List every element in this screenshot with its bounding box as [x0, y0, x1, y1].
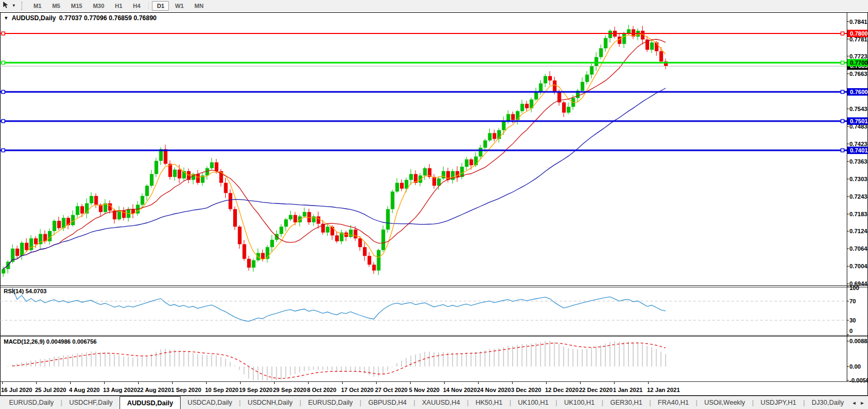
chart-tab-fra40-h1[interactable]: FRA40,H1	[651, 396, 695, 409]
chart-tab-eurusd-daily[interactable]: EURUSD,Daily	[2, 396, 61, 409]
chart-tab-xauusd-h4[interactable]: XAUUSD,H4	[415, 396, 467, 409]
date-axis-label: 16 Jul 2020	[1, 387, 32, 393]
chart-tab-usdchf-daily[interactable]: USDCHF,Daily	[62, 396, 120, 409]
chart-dropdown-icon[interactable]: ▼	[4, 15, 8, 21]
chart-window-frame	[1, 13, 868, 396]
price-axis-label: 0.73630	[849, 158, 868, 165]
tab-scroll-right-button[interactable]: ▸	[861, 400, 864, 406]
hline-price-badge: 0.76009	[850, 89, 868, 95]
date-axis-label: 10 Sep 2020	[205, 387, 239, 393]
chart-tab-uk100-h1[interactable]: UK100,H1	[511, 396, 556, 409]
chart-tab-usdcnh-daily[interactable]: USDCNH,Daily	[241, 396, 300, 409]
chart-tab-audusd-daily[interactable]: AUDUSD,Daily	[120, 396, 181, 409]
date-axis-label: 8 Oct 2020	[307, 387, 336, 393]
hline-price-badge: 0.75010	[850, 118, 868, 124]
chart-ohlc-values: 0.77037 0.77096 0.76859 0.76890	[59, 14, 157, 22]
price-axis-label: 0.73030	[849, 176, 868, 182]
tab-scroll-left-button[interactable]: ◂	[853, 400, 856, 406]
date-axis-label: 1 Jan 2021	[613, 387, 643, 393]
date-axis-label: 25 Jul 2020	[35, 387, 66, 393]
hline-price-badge: 0.74011	[850, 147, 868, 154]
chart-tab-usoil-weekly[interactable]: USOil,Weekly	[697, 396, 752, 409]
macd-axis-label: 0.00	[849, 363, 861, 370]
date-axis-label: 12 Jan 2021	[647, 387, 680, 393]
hline-handle[interactable]	[841, 32, 844, 35]
price-axis-label: 0.77230	[849, 53, 868, 59]
hline-handle[interactable]	[2, 90, 5, 93]
hline-handle[interactable]	[841, 120, 844, 123]
price-axis-label: 0.76630	[849, 71, 868, 77]
hline-handle[interactable]	[841, 61, 844, 64]
hline-handle[interactable]	[841, 149, 844, 152]
date-axis-label: 4 Aug 2020	[69, 387, 100, 393]
price-axis-label: 0.70045	[849, 263, 868, 269]
chart-tab-eurusd-daily[interactable]: EURUSD,Daily	[301, 396, 360, 409]
chart-tab-bar: EURUSD,Daily|USDCHF,DailyAUDUSD,DailyUSD…	[0, 396, 868, 409]
price-axis-label: 0.74230	[849, 141, 868, 147]
macd-indicator-label: MACD(12,26,9) 0.004986 0.006756	[4, 338, 97, 345]
date-axis-label: 17 Oct 2020	[341, 387, 373, 393]
date-axis-label: 27 Oct 2020	[375, 387, 407, 393]
chart-tab-usdcad-daily[interactable]: USDCAD,Daily	[181, 396, 239, 409]
macd-axis-label: 0.00884	[849, 338, 868, 344]
chart-tab-usdjpy-h1[interactable]: USDJPY,H1	[754, 396, 803, 409]
date-axis-label: 1 Sep 2020	[171, 387, 201, 393]
chart-tab-dj30-daily[interactable]: DJ30,Daily	[805, 396, 850, 409]
date-axis-label: 14 Nov 2020	[443, 387, 477, 393]
chart-tab-gbpusd-h4[interactable]: GBPUSD,H4	[361, 396, 413, 409]
date-axis-label: 29 Sep 2020	[273, 387, 307, 393]
date-axis-label: 24 Nov 2020	[477, 387, 511, 393]
date-axis-label: 3 Dec 2020	[511, 387, 541, 393]
hline-handle[interactable]	[2, 149, 5, 152]
hline-handle[interactable]	[2, 120, 5, 123]
rsi-axis-label: 30	[849, 317, 856, 323]
date-axis-label: 5 Nov 2020	[409, 387, 439, 393]
rsi-indicator-label: RSI(14) 54.0703	[4, 288, 47, 294]
hline-handle[interactable]	[2, 61, 5, 64]
chart-header: ▼ AUDUSD,Daily 0.77037 0.77096 0.76859 0…	[4, 14, 157, 22]
chart-tab-uk100-h1[interactable]: UK100,H1	[557, 396, 602, 409]
date-axis-label: 13 Aug 2020	[103, 387, 137, 393]
rsi-axis-label: 70	[849, 298, 856, 304]
price-axis-label: 0.71245	[849, 228, 868, 234]
price-axis-label: 0.75430	[849, 106, 868, 112]
price-axis-label: 0.72430	[849, 193, 868, 200]
chart-symbol-period: AUDUSD,Daily	[12, 14, 56, 22]
date-axis-label: 22 Dec 2020	[579, 387, 612, 393]
hline-handle[interactable]	[2, 32, 5, 35]
hline-price-badge: 0.77008	[850, 59, 868, 66]
rsi-axis-label: 0	[849, 328, 853, 334]
date-axis-label: 12 Dec 2020	[545, 387, 578, 393]
tab-scroll-arrows: ◂ ▸	[848, 396, 868, 409]
date-axis-label: 19 Sep 2020	[239, 387, 273, 393]
trading-platform-window: ▼ M1M5M15M30H1H4D1W1MN ▼ AUDUSD,Daily 0.…	[0, 0, 868, 409]
hline-price-badge: 0.78007	[850, 30, 868, 37]
chart-tab-hk50-h1[interactable]: HK50,H1	[469, 396, 509, 409]
macd-axis-label: -0.00565	[849, 377, 868, 384]
date-axis-label: 22 Aug 2020	[137, 387, 171, 393]
hline-handle[interactable]	[841, 90, 844, 93]
price-axis-label: 0.70645	[849, 245, 868, 252]
price-axis-label: 0.71830	[849, 211, 868, 217]
chart-canvas[interactable]: 0.784150.778150.772300.766300.754300.748…	[0, 0, 868, 409]
price-axis-label: 0.78415	[849, 19, 868, 25]
chart-tab-ger30-h1[interactable]: GER30,H1	[603, 396, 649, 409]
rsi-axis-label: 100	[849, 285, 859, 291]
